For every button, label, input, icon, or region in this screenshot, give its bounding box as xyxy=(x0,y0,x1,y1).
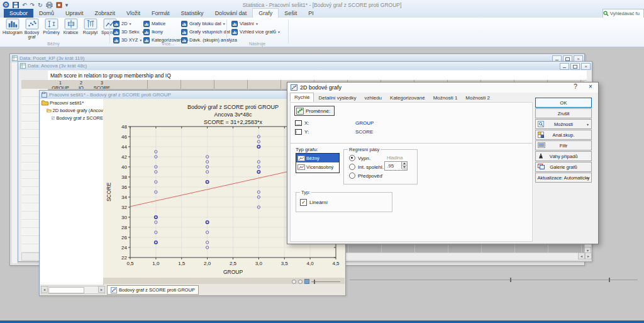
tab-vlo-it[interactable]: Vložit xyxy=(121,9,146,18)
button-zru-it[interactable]: Zrušit xyxy=(535,108,592,118)
minimize-icon[interactable] xyxy=(560,63,569,70)
zoom-reset-icon[interactable] xyxy=(304,279,309,284)
scroll-right-icon[interactable]: ▸ xyxy=(585,252,592,259)
button-v-hy-p-pad[interactable]: Váhy případů xyxy=(535,151,592,161)
linear-label: Lineární xyxy=(309,200,328,205)
tab-se-it[interactable]: Sešit xyxy=(279,9,303,18)
tab-grafy[interactable]: Grafy xyxy=(252,8,279,18)
linear-checkbox-row[interactable]: ✓ Lineární xyxy=(300,199,328,206)
graph-type-v-cen-sobn[interactable]: Vícenásobný xyxy=(296,162,339,171)
x-variable-row: X: GROUP xyxy=(295,120,309,126)
dialog-tab-mo-nosti-1[interactable]: Možnosti 1 xyxy=(430,94,462,102)
y-variable-value[interactable]: SCORE xyxy=(355,129,373,135)
scrollbar-thumb[interactable] xyxy=(48,287,84,293)
zoom-slider[interactable] xyxy=(311,281,340,282)
help-icon[interactable]: ? xyxy=(570,83,580,92)
radio-button[interactable] xyxy=(349,155,355,161)
button-3d-sekv[interactable]: 3D Sekv.▾ xyxy=(113,28,144,36)
button-bodov-graf[interactable]: Bodový graf xyxy=(22,18,42,40)
variables-button[interactable]: Proměnné: xyxy=(294,106,335,116)
scroll-left-icon[interactable]: ◂ xyxy=(41,286,48,293)
svg-text:3,5: 3,5 xyxy=(281,261,289,266)
graph-document-tab[interactable]: Bodový graf z SCORE proti GROUP xyxy=(107,285,199,295)
button-label: Průměry xyxy=(42,30,61,35)
zoom-slider-track-extension[interactable] xyxy=(350,280,638,280)
3d-sekv-icon xyxy=(113,29,119,35)
graph-type-listbox[interactable]: BěžnýVícenásobný xyxy=(296,153,340,173)
workbook-title: Pracovní sešit1* - Bodový graf z SCORE p… xyxy=(49,92,171,98)
slider-thumb[interactable] xyxy=(510,278,511,282)
button-krabice[interactable]: Krabice xyxy=(61,18,80,40)
tree-item-2d-bodov-grafy-ancov[interactable]: 2D bodové grafy (Ancov xyxy=(40,106,103,114)
tree-horizontal-scrollbar[interactable]: ◂ ▸ xyxy=(41,286,105,294)
button-aktualizace-automaticky[interactable]: Aktualizace: Automaticky▾ xyxy=(535,173,592,183)
tab-zobrazit[interactable]: Zobrazit xyxy=(89,9,121,18)
dialog-2d-scatterplots[interactable]: 2D bodové grafy ? × RychléDetailní výsle… xyxy=(287,82,599,244)
close-icon[interactable]: × xyxy=(581,63,591,70)
radio-button[interactable] xyxy=(349,164,355,170)
spinner-down-icon[interactable] xyxy=(402,166,407,169)
button-label: Anal.skup. xyxy=(552,132,574,138)
maximize-icon[interactable] xyxy=(570,63,580,70)
graph-type-b-n[interactable]: Běžný xyxy=(296,154,339,162)
folder-icon xyxy=(42,100,48,106)
button-galerie-graf[interactable]: Galerie grafů xyxy=(535,162,592,172)
radio-vypn[interactable]: Vypn. xyxy=(349,155,370,161)
button-grafy-vstupn-ch-dat[interactable]: Grafy vstupních dat▾ xyxy=(181,28,237,36)
radio-button[interactable] xyxy=(349,173,355,179)
dialog-tab-mo-nosti-2[interactable]: Možnosti 2 xyxy=(462,94,494,102)
zoom-slider-thumb[interactable] xyxy=(314,280,315,284)
function-search-input[interactable]: Vyhledávač fu xyxy=(602,9,644,18)
radio-p-edpov[interactable]: Předpověď xyxy=(349,173,382,179)
spinner-buttons xyxy=(401,162,407,169)
x-axis-label: GROUP xyxy=(223,269,243,275)
tab-statistiky[interactable]: Statistiky xyxy=(175,9,209,18)
tab-upravit[interactable]: Upravit xyxy=(60,9,89,18)
button-vzhled-v-ce-graf[interactable]: Vzhled více grafů▾ xyxy=(231,28,280,36)
linear-checkbox[interactable]: ✓ xyxy=(300,199,307,206)
button-grafy-bloku-dat[interactable]: Grafy bloku dat▾ xyxy=(181,20,237,28)
scroll-right-icon[interactable]: ▸ xyxy=(98,286,105,293)
scatter-graph-icon xyxy=(111,287,117,293)
scatter-icon xyxy=(25,18,40,30)
separator xyxy=(291,143,532,144)
zoom-in-icon[interactable] xyxy=(298,280,303,284)
tree-item-bodov-graf-z-score[interactable]: Bodový graf z SCORE xyxy=(40,114,103,122)
dialog-tab-detailn-v-sledky[interactable]: Detailní výsledky xyxy=(314,94,360,102)
zoom-out-icon[interactable] xyxy=(292,280,296,284)
dialog-titlebar[interactable]: 2D bodové grafy xyxy=(287,82,598,93)
dialog-title: 2D bodové grafy xyxy=(300,84,341,91)
button-2d[interactable]: 2D▾ xyxy=(113,20,144,28)
tab-form-t[interactable]: Formát xyxy=(146,9,175,18)
svg-text:0,5: 0,5 xyxy=(126,261,134,266)
dialog-tab-rychl[interactable]: Rychlé xyxy=(290,93,314,102)
button-vlastn[interactable]: Vlastní▾ xyxy=(231,20,280,28)
tab-pi[interactable]: PI xyxy=(303,9,319,18)
window-data-ancova-titlebar[interactable]: Data: Ancova (3v krát 48c) xyxy=(18,62,592,70)
button-pr-m-ry[interactable]: Průměry xyxy=(42,18,61,40)
tab-dolov-n-dat[interactable]: Dolování dat xyxy=(209,9,253,18)
level-spinner[interactable]: .95 xyxy=(384,161,408,171)
folder-open-icon xyxy=(47,108,52,113)
button-ok[interactable]: OK xyxy=(535,98,592,108)
scroll-left-icon[interactable]: ◂ xyxy=(578,252,585,259)
button-label: Rozptyl xyxy=(80,30,100,35)
close-icon[interactable]: × xyxy=(586,83,596,92)
dialog-tabs: RychléDetailní výsledkyvzhleduKategorizo… xyxy=(290,93,494,102)
slider-thumb[interactable] xyxy=(609,278,610,282)
tree-item-pracovn-se-it1[interactable]: Pracovní sešit1* xyxy=(40,99,103,106)
x-variable-value[interactable]: GROUP xyxy=(355,120,374,126)
svg-text:26: 26 xyxy=(121,235,127,241)
button-filtr[interactable]: Filtr xyxy=(535,140,592,150)
radio-int-spolehl[interactable]: Int. spolehl. xyxy=(349,164,384,170)
button-mo-nosti[interactable]: Možnosti▾ xyxy=(535,119,592,129)
dialog-tab-kategorizovan[interactable]: Kategorizované xyxy=(386,94,429,102)
tab-soubor[interactable]: Soubor xyxy=(4,9,33,18)
svg-text:40: 40 xyxy=(121,164,127,170)
button-rozptyl[interactable]: Rozptyl xyxy=(80,18,100,40)
button-anal-skup[interactable]: Anal.skup. xyxy=(535,130,592,140)
group-label-nastroje: Nástroje xyxy=(228,42,287,46)
dialog-tab-vzhledu[interactable]: vzhledu xyxy=(360,94,386,102)
tab-dom[interactable]: Domů xyxy=(33,9,60,18)
button-histogram[interactable]: Histogram xyxy=(3,18,22,40)
